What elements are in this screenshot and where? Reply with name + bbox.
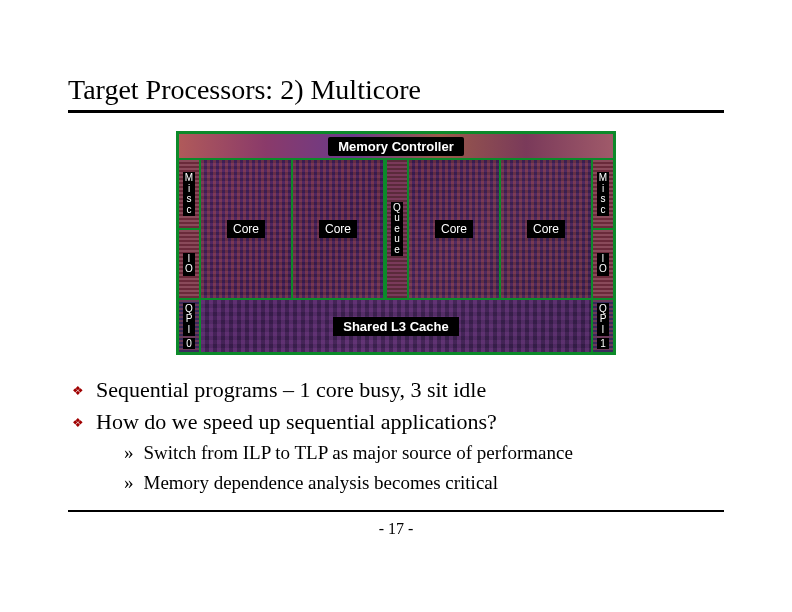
bullet-list: ❖ Sequential programs – 1 core busy, 3 s… (72, 375, 724, 496)
bullet-2-text: How do we speed up sequential applicatio… (96, 407, 497, 437)
subbullet-icon: » (124, 440, 134, 466)
right-misc-label: M i s c (597, 172, 609, 216)
qpi-right-num: 1 (597, 338, 609, 349)
bullet-icon: ❖ (72, 414, 84, 432)
left-io-label: I O (183, 253, 195, 276)
memory-controller-label: Memory Controller (328, 137, 464, 156)
core-0-label: Core (227, 220, 265, 238)
core-3: Core (501, 160, 591, 298)
bullet-1: ❖ Sequential programs – 1 core busy, 3 s… (72, 375, 724, 405)
bullet-2: ❖ How do we speed up sequential applicat… (72, 407, 724, 437)
right-io-label: I O (597, 253, 609, 276)
bullet-1-text: Sequential programs – 1 core busy, 3 sit… (96, 375, 486, 405)
core-2: Core (409, 160, 501, 298)
subbullet-1-text: Switch from ILP to TLP as major source o… (144, 440, 573, 466)
page-number: - 17 - (0, 520, 792, 538)
queue-label: Q u e u e (391, 202, 403, 257)
l3-cache: Shared L3 Cache (201, 300, 591, 352)
qpi-right-label: Q P I (597, 303, 609, 337)
subbullet-1: » Switch from ILP to TLP as major source… (124, 440, 724, 466)
qpi-left: Q P I 0 (179, 300, 201, 352)
memory-controller-row: Memory Controller (179, 134, 613, 160)
slide-title: Target Processors: 2) Multicore (68, 74, 724, 113)
core-3-label: Core (527, 220, 565, 238)
queue-column: Q u e u e (385, 160, 409, 298)
core-1: Core (293, 160, 385, 298)
subbullet-icon: » (124, 470, 134, 496)
core-1-label: Core (319, 220, 357, 238)
qpi-left-label: Q P I (183, 303, 195, 337)
left-misc-label: M i s c (183, 172, 195, 216)
core-2-label: Core (435, 220, 473, 238)
l3-cache-label: Shared L3 Cache (333, 317, 459, 336)
right-side-column: M i s c I O (591, 160, 613, 298)
qpi-left-num: 0 (183, 338, 195, 349)
core-0: Core (201, 160, 293, 298)
qpi-right: Q P I 1 (591, 300, 613, 352)
subbullet-2-text: Memory dependence analysis becomes criti… (144, 470, 499, 496)
footer-divider (68, 510, 724, 512)
subbullet-2: » Memory dependence analysis becomes cri… (124, 470, 724, 496)
bullet-icon: ❖ (72, 382, 84, 400)
chip-diagram: Memory Controller M i s c I O Core Core … (68, 131, 724, 355)
left-side-column: M i s c I O (179, 160, 201, 298)
